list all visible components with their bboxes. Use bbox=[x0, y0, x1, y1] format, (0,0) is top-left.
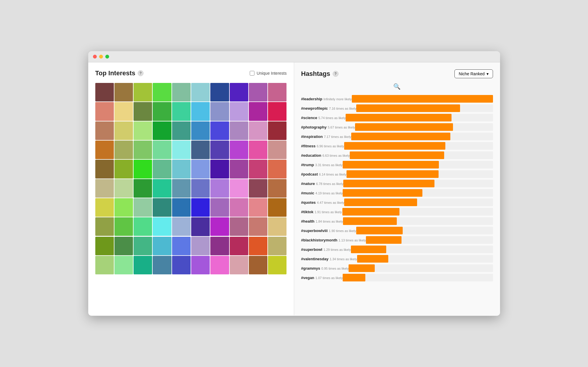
grid-cell[interactable] bbox=[230, 83, 248, 101]
grid-cell[interactable] bbox=[134, 141, 152, 159]
bar-row[interactable]: #superbowl1.29 times as likely bbox=[301, 245, 493, 253]
bar-row[interactable]: #photography5.67 times as likely bbox=[301, 123, 493, 131]
bar-row[interactable]: #podcast6.14 times as likely bbox=[301, 170, 493, 178]
grid-cell[interactable] bbox=[153, 102, 171, 121]
grid-cell[interactable] bbox=[114, 237, 133, 255]
grid-cell[interactable] bbox=[230, 198, 248, 217]
grid-cell[interactable] bbox=[249, 121, 267, 140]
grid-cell[interactable] bbox=[95, 217, 114, 236]
grid-cell[interactable] bbox=[153, 160, 171, 178]
niche-ranked-dropdown[interactable]: Niche Ranked ▾ bbox=[454, 69, 493, 78]
grid-cell[interactable] bbox=[268, 160, 286, 178]
bar-row[interactable]: #leadershipInfinitely more likely bbox=[301, 95, 493, 103]
grid-cell[interactable] bbox=[249, 198, 267, 217]
bar-row[interactable]: #grammys0.95 times as likely bbox=[301, 264, 493, 272]
grid-cell[interactable] bbox=[249, 237, 267, 255]
bar-row[interactable]: #nature6.78 times as likely bbox=[301, 179, 493, 188]
grid-cell[interactable] bbox=[114, 198, 133, 217]
bar-row[interactable]: #inspiration7.17 times as likely bbox=[301, 132, 493, 141]
grid-cell[interactable] bbox=[249, 83, 267, 101]
grid-cell[interactable] bbox=[268, 141, 286, 159]
grid-cell[interactable] bbox=[114, 179, 133, 198]
grid-cell[interactable] bbox=[114, 121, 133, 140]
grid-cell[interactable] bbox=[210, 102, 229, 121]
grid-cell[interactable] bbox=[249, 256, 267, 274]
grid-cell[interactable] bbox=[114, 160, 133, 178]
grid-cell[interactable] bbox=[191, 217, 210, 236]
bar-row[interactable]: #health1.84 times as likely bbox=[301, 217, 493, 225]
grid-cell[interactable] bbox=[114, 102, 133, 121]
bar-row[interactable]: #newprofilepic7.16 times as likely bbox=[301, 104, 493, 112]
bar-row[interactable]: #blackhistorymonth1.13 times as likely bbox=[301, 236, 493, 244]
grid-cell[interactable] bbox=[268, 198, 286, 217]
bar-row[interactable]: #fitness6.96 times as likely bbox=[301, 142, 493, 150]
bar-row[interactable]: #quotes4.47 times as likely bbox=[301, 198, 493, 206]
grid-cell[interactable] bbox=[230, 102, 248, 121]
grid-cell[interactable] bbox=[134, 83, 152, 101]
bar-row[interactable]: #education6.63 times as likely bbox=[301, 151, 493, 159]
grid-cell[interactable] bbox=[249, 160, 267, 178]
grid-cell[interactable] bbox=[134, 237, 152, 255]
grid-cell[interactable] bbox=[172, 217, 191, 236]
grid-cell[interactable] bbox=[249, 141, 267, 159]
grid-cell[interactable] bbox=[210, 179, 229, 198]
grid-cell[interactable] bbox=[153, 179, 171, 198]
grid-cell[interactable] bbox=[230, 237, 248, 255]
grid-cell[interactable] bbox=[230, 217, 248, 236]
grid-cell[interactable] bbox=[268, 102, 286, 121]
bar-row[interactable]: #trump3.31 times as likely bbox=[301, 161, 493, 169]
grid-cell[interactable] bbox=[191, 179, 210, 198]
grid-cell[interactable] bbox=[268, 256, 286, 274]
grid-cell[interactable] bbox=[210, 256, 229, 274]
grid-cell[interactable] bbox=[172, 198, 191, 217]
grid-cell[interactable] bbox=[134, 256, 152, 274]
grid-cell[interactable] bbox=[268, 83, 286, 101]
grid-cell[interactable] bbox=[95, 83, 114, 101]
grid-cell[interactable] bbox=[230, 160, 248, 178]
maximize-dot[interactable] bbox=[105, 55, 109, 59]
grid-cell[interactable] bbox=[95, 256, 114, 274]
grid-cell[interactable] bbox=[95, 237, 114, 255]
grid-cell[interactable] bbox=[95, 198, 114, 217]
bar-row[interactable]: #science5.74 times as likely bbox=[301, 114, 493, 122]
grid-cell[interactable] bbox=[95, 141, 114, 159]
unique-interests-checkbox-label[interactable]: Unique Interests bbox=[250, 71, 287, 76]
grid-cell[interactable] bbox=[268, 237, 286, 255]
grid-cell[interactable] bbox=[172, 83, 191, 101]
grid-cell[interactable] bbox=[172, 179, 191, 198]
grid-cell[interactable] bbox=[172, 160, 191, 178]
bar-row[interactable]: #valentinesday1.34 times as likely bbox=[301, 255, 493, 263]
grid-cell[interactable] bbox=[191, 198, 210, 217]
grid-cell[interactable] bbox=[134, 198, 152, 217]
grid-cell[interactable] bbox=[153, 198, 171, 217]
grid-cell[interactable] bbox=[153, 83, 171, 101]
grid-cell[interactable] bbox=[191, 121, 210, 140]
grid-cell[interactable] bbox=[134, 179, 152, 198]
grid-cell[interactable] bbox=[249, 102, 267, 121]
grid-cell[interactable] bbox=[230, 179, 248, 198]
grid-cell[interactable] bbox=[210, 83, 229, 101]
grid-cell[interactable] bbox=[114, 217, 133, 236]
grid-cell[interactable] bbox=[95, 160, 114, 178]
grid-cell[interactable] bbox=[134, 121, 152, 140]
grid-cell[interactable] bbox=[210, 141, 229, 159]
grid-cell[interactable] bbox=[191, 160, 210, 178]
top-interests-help-icon[interactable]: ? bbox=[138, 70, 144, 76]
grid-cell[interactable] bbox=[172, 141, 191, 159]
grid-cell[interactable] bbox=[249, 217, 267, 236]
grid-cell[interactable] bbox=[172, 102, 191, 121]
grid-cell[interactable] bbox=[153, 237, 171, 255]
grid-cell[interactable] bbox=[210, 198, 229, 217]
grid-cell[interactable] bbox=[134, 217, 152, 236]
grid-cell[interactable] bbox=[249, 179, 267, 198]
hashtags-help-icon[interactable]: ? bbox=[333, 71, 339, 77]
grid-cell[interactable] bbox=[114, 141, 133, 159]
grid-cell[interactable] bbox=[210, 217, 229, 236]
close-dot[interactable] bbox=[93, 55, 97, 59]
grid-cell[interactable] bbox=[210, 160, 229, 178]
grid-cell[interactable] bbox=[153, 256, 171, 274]
unique-interests-checkbox[interactable] bbox=[250, 71, 254, 76]
grid-cell[interactable] bbox=[95, 179, 114, 198]
grid-cell[interactable] bbox=[191, 256, 210, 274]
grid-cell[interactable] bbox=[172, 121, 191, 140]
